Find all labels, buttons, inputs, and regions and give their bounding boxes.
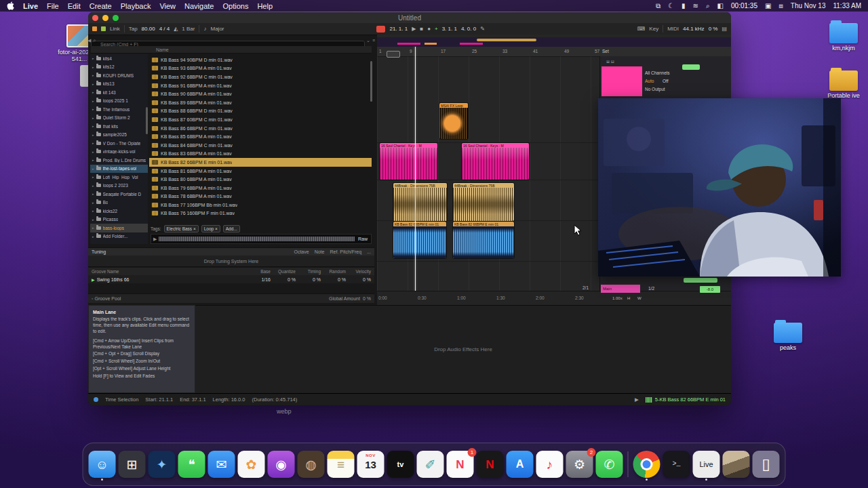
- arrangement-record-button[interactable]: [376, 26, 385, 33]
- dock-item[interactable]: [633, 451, 660, 478]
- monitor-off-button[interactable]: Off: [663, 79, 669, 83]
- menubar-menu[interactable]: Options: [222, 2, 248, 10]
- browser-folder-item[interactable]: ▸ kits4: [90, 54, 148, 63]
- zoom-window-button[interactable]: [113, 15, 119, 21]
- dock-item[interactable]: ◉: [268, 451, 295, 478]
- disclosure-icon[interactable]: ▸: [92, 56, 94, 60]
- display-icon[interactable]: ⧈: [778, 2, 783, 10]
- monitor-auto-button[interactable]: Auto: [645, 79, 654, 83]
- time-ruler[interactable]: 0:000:301:001:302:002:30: [377, 291, 731, 305]
- folder-km-nkjm[interactable]: km,nkjm: [819, 23, 868, 52]
- selected-clip-color[interactable]: [601, 66, 642, 96]
- launchpad-icon[interactable]: ⊞: [119, 451, 146, 478]
- tuning-drop-zone[interactable]: Drop Tuning System Here: [88, 256, 374, 267]
- freeform-icon[interactable]: ✐: [417, 451, 444, 478]
- camera-icon[interactable]: ▣: [765, 2, 771, 9]
- draw-mode-icon[interactable]: ✎: [480, 26, 485, 32]
- close-window-button[interactable]: [92, 15, 98, 21]
- input-channel-select[interactable]: All Channels: [645, 70, 670, 75]
- time-signature-field[interactable]: 4 / 4: [159, 26, 170, 32]
- device-drop-area[interactable]: Drop Audio Effects Here: [195, 305, 731, 393]
- dock-item[interactable]: NOV 13: [357, 451, 384, 478]
- battery-icon[interactable]: ▮: [682, 2, 686, 9]
- dock-item[interactable]: [723, 451, 750, 478]
- disclosure-icon[interactable]: ▸: [92, 116, 94, 120]
- tuning-title[interactable]: Tuning: [92, 249, 106, 254]
- browser-file-item[interactable]: KB Bass 86 68BPM C min 01.wav: [149, 124, 372, 133]
- dock-item[interactable]: ▯: [753, 451, 780, 478]
- moon-icon[interactable]: ☾: [668, 2, 674, 9]
- disclosure-icon[interactable]: ▸: [92, 184, 94, 188]
- tuning-more-button[interactable]: ...: [367, 249, 371, 254]
- browser-folder-item[interactable]: ▸ KOUFI DRUMS: [90, 71, 148, 80]
- tuning-octave-label[interactable]: Octave: [294, 249, 309, 254]
- disclosure-icon[interactable]: ▸: [92, 167, 94, 171]
- tuning-note-label[interactable]: Note: [315, 249, 325, 254]
- dock-item[interactable]: N: [477, 451, 504, 478]
- menubar-menu[interactable]: Live: [23, 2, 38, 10]
- dock-item[interactable]: [628, 451, 629, 477]
- disclosure-icon[interactable]: ▸: [92, 73, 94, 77]
- browser-file-item[interactable]: KB Bass 79 68BPM A min 01.wav: [149, 184, 372, 192]
- browser-folder-item[interactable]: ▸ vintage-kicks-vol: [90, 148, 148, 157]
- play-button[interactable]: ▶: [412, 26, 416, 32]
- dock-item[interactable]: tv: [387, 451, 414, 478]
- messages-icon[interactable]: ❝: [178, 451, 205, 478]
- brown-app-icon[interactable]: ◍: [298, 451, 325, 478]
- browser-folder-item[interactable]: ▸ Prod. By L.Dre Drums: [90, 156, 148, 165]
- dock-item[interactable]: ✉: [208, 451, 235, 478]
- image-file-icon[interactable]: [723, 451, 750, 478]
- browser-file-item[interactable]: KB Bass 85 68BPM A min 01.wav: [149, 132, 372, 141]
- tempo-field[interactable]: 80.00: [142, 26, 155, 32]
- ableton-live-icon[interactable]: Live: [693, 451, 720, 478]
- disclosure-icon[interactable]: ▸: [92, 209, 94, 213]
- calendar-icon[interactable]: NOV 13: [357, 451, 384, 478]
- disclosure-icon[interactable]: ▸: [92, 226, 94, 230]
- dock-item[interactable]: ✆: [596, 451, 623, 478]
- groove-value[interactable]: 0 %: [321, 277, 346, 282]
- menubar-menu[interactable]: Playback: [121, 2, 151, 10]
- dock-item[interactable]: ◍: [298, 451, 325, 478]
- menubar-menu[interactable]: View: [159, 2, 176, 10]
- screen-mirror-icon[interactable]: ⧉: [656, 2, 660, 10]
- photos-icon[interactable]: ✿: [238, 451, 265, 478]
- recording-timer[interactable]: 00:01:35: [731, 2, 757, 9]
- browser-file-item[interactable]: KB Bass 77 106BPM Bb min 01.wav: [149, 201, 372, 209]
- browser-folder-item[interactable]: ▸ the-lost-tapes-vol: [90, 165, 148, 174]
- groove-value[interactable]: 0 %: [296, 277, 321, 282]
- menubar-menu[interactable]: Help: [257, 2, 273, 10]
- raw-button[interactable]: Raw: [358, 237, 368, 241]
- appstore-icon[interactable]: A: [507, 451, 534, 478]
- browser-folder-item[interactable]: ▸ bass-loops: [90, 224, 148, 232]
- groove-pool-icon[interactable]: ◦: [92, 296, 93, 301]
- dock-item[interactable]: Live: [693, 451, 720, 478]
- news-icon[interactable]: N 1: [447, 451, 474, 478]
- dock-item[interactable]: A: [507, 451, 534, 478]
- browser-folder-item[interactable]: ▸ kit 143: [90, 88, 148, 97]
- link-toggle[interactable]: Link: [110, 26, 120, 32]
- dock-item[interactable]: N 1: [447, 451, 474, 478]
- loop-start-field[interactable]: 3. 1. 1: [442, 26, 457, 32]
- browser-file-item[interactable]: KB Bass 76 160BPM F min 01.wav: [149, 209, 372, 218]
- notes-icon[interactable]: ≡: [328, 451, 355, 478]
- control-center-icon[interactable]: ◧: [717, 2, 724, 9]
- netflix-icon[interactable]: N: [477, 451, 504, 478]
- browser-folder-item[interactable]: ▸ Bo: [90, 199, 148, 207]
- record-button[interactable]: ●: [427, 26, 431, 32]
- scale-menu[interactable]: Major: [210, 26, 224, 32]
- beat-time-ruler[interactable]: 19172533414957 Set: [377, 47, 731, 57]
- browser-folder-item[interactable]: ▸ sample2025: [90, 131, 148, 140]
- tuning-ref-label[interactable]: Ref. Pitch/Freq: [330, 249, 361, 254]
- dock-item[interactable]: ✐: [417, 451, 444, 478]
- scale-icon[interactable]: ♪: [203, 26, 206, 32]
- terminal-icon[interactable]: >_: [663, 451, 690, 478]
- browser-folder-item[interactable]: ▸ loops 2025 1: [90, 97, 148, 106]
- settings-icon[interactable]: ⚙ 2: [566, 451, 593, 478]
- search-icon[interactable]: ⌕: [706, 2, 710, 10]
- browser-folder-item[interactable]: ▸ The Infamous: [90, 105, 148, 114]
- collapse-icon[interactable]: ⌄: [366, 38, 370, 43]
- menubar-time[interactable]: 11:33 AM: [833, 2, 861, 9]
- stop-button[interactable]: ■: [420, 26, 423, 32]
- browser-file-item[interactable]: KB Bass 87 60BPM C min 01.wav: [149, 115, 372, 124]
- dock-item[interactable]: ❝: [178, 451, 205, 478]
